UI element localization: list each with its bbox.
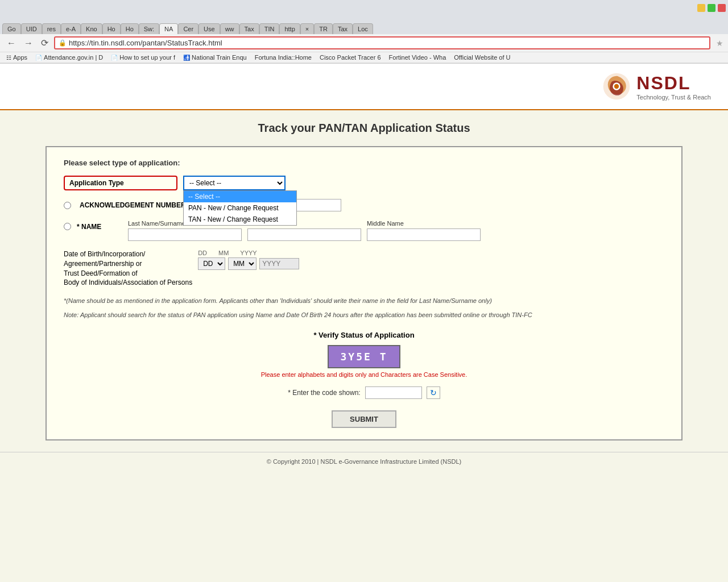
close-button[interactable] xyxy=(718,4,726,12)
first-name-input[interactable] xyxy=(247,228,361,241)
tab-tax1[interactable]: Tax xyxy=(239,23,259,34)
browser-titlebar xyxy=(0,0,728,16)
app-type-select[interactable]: -- Select -- PAN - New / Change Request … xyxy=(183,176,286,190)
tab-na[interactable]: NA xyxy=(159,23,178,34)
dob-dd-hint: DD xyxy=(198,250,207,256)
browser-chrome: Go UID res e-A Kno Ho Ho Sw: NA Cer Use … xyxy=(0,0,728,64)
url-bar[interactable]: 🔒 https://tin.tin.nsdl.com/pantan/Status… xyxy=(54,36,710,49)
minimize-button[interactable] xyxy=(697,4,705,12)
refresh-captcha-button[interactable]: ↻ xyxy=(427,386,440,399)
secure-icon: 🔒 xyxy=(59,39,67,47)
dob-mm-hint: MM xyxy=(218,250,229,256)
bookmark-apps[interactable]: ☷ Apps xyxy=(5,53,29,61)
ack-radio[interactable] xyxy=(64,202,71,209)
name-label: * NAME xyxy=(77,220,122,231)
middle-name-group: Middle Name xyxy=(367,220,481,241)
dob-selects: DD MM xyxy=(198,257,299,270)
name-row: * NAME Last Name/Surname First Name Midd… xyxy=(64,220,664,241)
tab-sw[interactable]: Sw: xyxy=(139,23,159,34)
bookmark-howto[interactable]: 📄 How to set up your f xyxy=(109,53,177,61)
nsdl-logo-text: NSDL Technology, Trust & Reach xyxy=(636,73,711,101)
bookmark-train[interactable]: 🚮 National Train Enqu xyxy=(181,53,249,61)
tabs-bar: Go UID res e-A Kno Ho Ho Sw: NA Cer Use … xyxy=(0,16,728,34)
tab-cer[interactable]: Cer xyxy=(178,23,198,34)
nav-bar: ← → ⟳ 🔒 https://tin.tin.nsdl.com/pantan/… xyxy=(0,34,728,52)
tab-ww[interactable]: ww xyxy=(220,23,239,34)
tab-use[interactable]: Use xyxy=(198,23,220,34)
tab-http[interactable]: http xyxy=(279,23,300,34)
page-title: Track your PAN/TAN Application Status xyxy=(46,122,682,135)
nsdl-tagline: Technology, Trust & Reach xyxy=(636,94,711,101)
bookmark-cisco[interactable]: Cisco Packet Tracer 6 xyxy=(318,53,383,61)
dob-year-input[interactable] xyxy=(259,258,299,269)
bookmark-fortuna[interactable]: Fortuna India::Home xyxy=(253,53,313,61)
nsdl-logo-icon xyxy=(602,72,631,101)
section-label: Please select type of application: xyxy=(64,159,664,167)
verify-title: * Verify Status of Application xyxy=(64,331,664,339)
bookmark-attendance[interactable]: 📄 Attendance.gov.in | D xyxy=(34,53,105,61)
last-name-input[interactable] xyxy=(128,228,242,241)
dob-label: Date of Birth/Incorporation/Agreement/Pa… xyxy=(64,250,192,288)
url-text: https://tin.tin.nsdl.com/pantan/StatusTr… xyxy=(69,39,706,47)
submit-button[interactable]: SUBMIT xyxy=(332,410,396,428)
tab-tr[interactable]: TR xyxy=(314,23,333,34)
tab-ho1[interactable]: Ho xyxy=(102,23,121,34)
footer-text: © Copyright 2010 | NSDL e-Governance Inf… xyxy=(267,458,462,465)
tab-go[interactable]: Go xyxy=(2,23,21,34)
svg-point-2 xyxy=(614,84,619,89)
middle-name-label: Middle Name xyxy=(367,220,481,227)
app-type-label: Application Type xyxy=(64,176,177,190)
dob-inputs-section: DD MM YYYY DD MM xyxy=(198,250,299,270)
tab-tin[interactable]: TIN xyxy=(259,23,280,34)
page-background: NSDL Technology, Trust & Reach Track you… xyxy=(0,64,728,582)
nsdl-header: NSDL Technology, Trust & Reach xyxy=(0,64,728,110)
apps-icon: ☷ xyxy=(6,55,11,61)
reload-button[interactable]: ⟳ xyxy=(39,36,51,49)
tab-kno[interactable]: Kno xyxy=(81,23,102,34)
back-button[interactable]: ← xyxy=(5,37,18,49)
tab-ho2[interactable]: Ho xyxy=(121,23,139,34)
tab-uid[interactable]: UID xyxy=(21,23,42,34)
bookmark-official[interactable]: Official Website of U xyxy=(452,53,512,61)
dropdown-option-select[interactable]: -- Select -- xyxy=(184,191,296,202)
train-icon: 🚮 xyxy=(183,55,190,61)
dob-dd-select[interactable]: DD xyxy=(198,257,225,270)
captcha-image: 3Y5E T xyxy=(328,345,400,368)
dob-mm-select[interactable]: MM xyxy=(228,257,257,270)
nsdl-name: NSDL xyxy=(636,73,711,94)
form-box: Please select type of application: Appli… xyxy=(46,146,682,440)
bookmarks-bar: ☷ Apps 📄 Attendance.gov.in | D 📄 How to … xyxy=(0,52,728,63)
note-1: *(Name should be as mentioned in the app… xyxy=(64,296,664,306)
dob-yyyy-hint: YYYY xyxy=(240,250,257,256)
bookmark-fortinet[interactable]: Fortinet Video - Wha xyxy=(387,53,448,61)
footer: © Copyright 2010 | NSDL e-Governance Inf… xyxy=(0,452,728,471)
maximize-button[interactable] xyxy=(708,4,715,12)
dob-row: Date of Birth/Incorporation/Agreement/Pa… xyxy=(64,250,664,288)
tab-ea[interactable]: e-A xyxy=(61,23,81,34)
content-area: Track your PAN/TAN Application Status Pl… xyxy=(0,110,728,452)
code-row: * Enter the code shown: ↻ xyxy=(64,386,664,399)
ack-label: ACKNOWLEDGEMENT NUMBER xyxy=(80,201,193,209)
tab-res[interactable]: res xyxy=(42,23,61,34)
page-icon-2: 📄 xyxy=(111,55,118,61)
page-icon: 📄 xyxy=(35,55,42,61)
dropdown-option-tan[interactable]: TAN - New / Change Request xyxy=(184,214,296,225)
middle-name-input[interactable] xyxy=(367,228,481,241)
name-radio-col xyxy=(64,220,71,232)
verify-section: * Verify Status of Application 3Y5E T Pl… xyxy=(64,331,664,399)
submit-row: SUBMIT xyxy=(64,410,664,428)
tab-loc[interactable]: Loc xyxy=(353,23,373,34)
code-input[interactable] xyxy=(365,386,422,399)
note-2: Note: Applicant should search for the st… xyxy=(64,310,664,320)
tab-tax2[interactable]: Tax xyxy=(333,23,353,34)
name-radio[interactable] xyxy=(64,223,71,230)
bookmark-star-icon[interactable]: ★ xyxy=(716,39,723,48)
dropdown-option-pan[interactable]: PAN - New / Change Request xyxy=(184,202,296,214)
nsdl-logo: NSDL Technology, Trust & Reach xyxy=(602,72,711,101)
tab-x[interactable]: × xyxy=(300,23,314,34)
code-label: * Enter the code shown: xyxy=(288,389,360,397)
forward-button[interactable]: → xyxy=(22,37,35,49)
dropdown-open: -- Select -- PAN - New / Change Request … xyxy=(183,190,297,226)
ack-row: ACKNOWLEDGEMENT NUMBER xyxy=(64,199,664,211)
app-type-row: Application Type -- Select -- PAN - New … xyxy=(64,176,664,190)
